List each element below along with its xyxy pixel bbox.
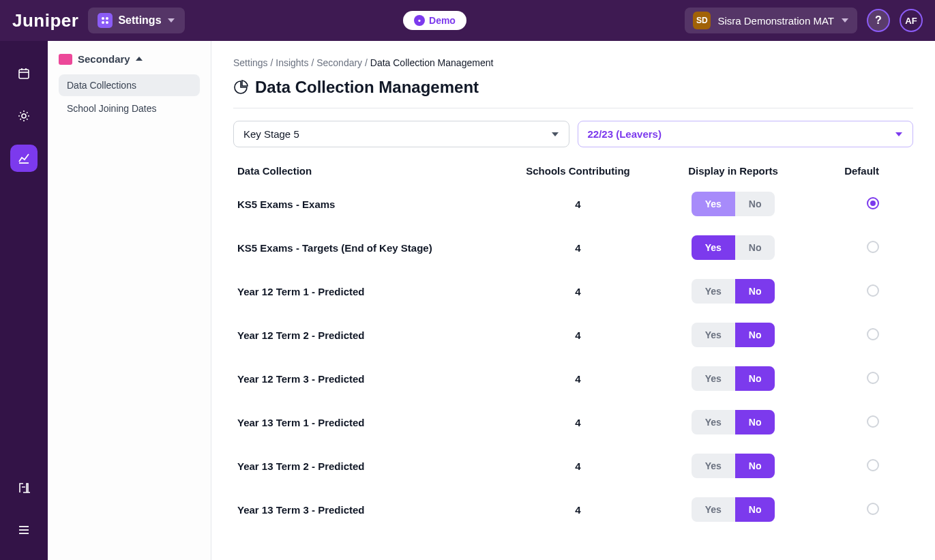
main-content: Settings / Insights / Secondary / Data C… <box>211 41 935 560</box>
table-row: Year 13 Term 1 - Predicted4YesNo <box>233 400 913 444</box>
row-schools: 4 <box>495 400 661 444</box>
crumb-insights[interactable]: Insights <box>276 57 308 68</box>
table-row: Year 12 Term 3 - Predicted4YesNo <box>233 357 913 400</box>
svg-point-3 <box>106 21 108 24</box>
toggle-no[interactable]: No <box>735 235 775 260</box>
gear-icon[interactable] <box>10 102 38 130</box>
toggle-no[interactable]: No <box>735 497 775 522</box>
avatar[interactable]: AF <box>900 9 923 32</box>
demo-icon: • <box>414 15 425 26</box>
col-schools: Schools Contributing <box>495 160 661 182</box>
chevron-up-icon <box>136 57 143 62</box>
col-display: Display in Reports <box>661 160 805 182</box>
crumb-settings[interactable]: Settings <box>233 57 268 68</box>
default-radio[interactable] <box>867 372 879 384</box>
toggle-no[interactable]: No <box>735 323 775 347</box>
data-collection-table: Data Collection Schools Contributing Dis… <box>233 160 913 531</box>
row-name: Year 12 Term 3 - Predicted <box>233 357 495 400</box>
page-title: Data Collection Management <box>233 78 913 108</box>
display-toggle[interactable]: YesNo <box>692 497 775 522</box>
nav-rail <box>0 41 48 560</box>
row-schools: 4 <box>495 269 661 313</box>
crumb-secondary[interactable]: Secondary <box>316 57 362 68</box>
chevron-down-icon <box>551 131 559 138</box>
row-name: Year 13 Term 1 - Predicted <box>233 400 495 444</box>
toggle-yes[interactable]: Yes <box>692 279 735 304</box>
default-radio[interactable] <box>867 284 879 297</box>
svg-point-0 <box>102 17 104 20</box>
settings-icon <box>98 13 113 28</box>
toggle-yes[interactable]: Yes <box>692 366 735 391</box>
pie-chart-icon <box>233 80 248 95</box>
row-schools: 4 <box>495 226 661 269</box>
sidebar-header-secondary[interactable]: Secondary <box>59 53 200 65</box>
settings-dropdown[interactable]: Settings <box>88 8 184 33</box>
row-name: Year 12 Term 1 - Predicted <box>233 269 495 313</box>
default-radio[interactable] <box>867 328 879 340</box>
sidebar-item-1[interactable]: School Joining Dates <box>59 98 200 119</box>
row-schools: 4 <box>495 313 661 357</box>
toggle-no[interactable]: No <box>735 366 775 391</box>
svg-point-8 <box>22 114 26 118</box>
col-default: Default <box>805 160 913 182</box>
toggle-no[interactable]: No <box>735 279 775 304</box>
row-schools: 4 <box>495 357 661 400</box>
svg-rect-4 <box>19 70 29 78</box>
brand-logo: Juniper <box>12 10 78 31</box>
help-button[interactable]: ? <box>867 9 890 32</box>
table-row: KS5 Exams - Targets (End of Key Stage)4Y… <box>233 226 913 269</box>
toggle-no[interactable]: No <box>735 410 775 434</box>
toggle-no[interactable]: No <box>735 454 775 478</box>
svg-point-2 <box>102 21 104 24</box>
table-row: Year 13 Term 2 - Predicted4YesNo <box>233 444 913 488</box>
display-toggle[interactable]: YesNo <box>692 279 775 304</box>
row-name: Year 12 Term 2 - Predicted <box>233 313 495 357</box>
toggle-yes[interactable]: Yes <box>692 235 735 260</box>
logout-icon[interactable] <box>10 474 38 501</box>
topbar: Juniper Settings • Demo SD Sisra Demonst… <box>0 0 935 41</box>
menu-icon[interactable] <box>10 516 38 544</box>
svg-point-1 <box>106 17 108 20</box>
filter-key-stage[interactable]: Key Stage 5 <box>233 121 569 147</box>
chevron-down-icon <box>895 131 903 138</box>
row-name: KS5 Exams - Targets (End of Key Stage) <box>233 226 495 269</box>
org-badge: SD <box>693 12 711 29</box>
chevron-down-icon <box>841 17 849 24</box>
toggle-yes[interactable]: Yes <box>692 454 735 478</box>
display-toggle[interactable]: YesNo <box>692 454 775 478</box>
toggle-yes[interactable]: Yes <box>692 323 735 347</box>
breadcrumb: Settings / Insights / Secondary / Data C… <box>233 57 913 68</box>
row-name: Year 13 Term 2 - Predicted <box>233 444 495 488</box>
chevron-down-icon <box>167 17 175 24</box>
calendar-icon[interactable] <box>10 60 38 87</box>
row-schools: 4 <box>495 488 661 531</box>
sidebar-item-0[interactable]: Data Collections <box>59 74 200 96</box>
default-radio[interactable] <box>867 241 879 253</box>
org-switcher[interactable]: SD Sisra Demonstration MAT <box>685 8 857 33</box>
table-row: Year 12 Term 1 - Predicted4YesNo <box>233 269 913 313</box>
row-name: Year 13 Term 3 - Predicted <box>233 488 495 531</box>
school-icon <box>59 54 72 65</box>
toggle-yes[interactable]: Yes <box>692 497 735 522</box>
default-radio[interactable] <box>867 459 879 471</box>
settings-label: Settings <box>118 14 161 27</box>
default-radio[interactable] <box>867 415 879 428</box>
chart-icon[interactable] <box>10 145 38 172</box>
default-radio[interactable] <box>867 503 879 515</box>
display-toggle[interactable]: YesNo <box>692 366 775 391</box>
sidebar: Secondary Data CollectionsSchool Joining… <box>48 41 211 560</box>
filter-cohort[interactable]: 22/23 (Leavers) <box>578 121 914 147</box>
row-name: KS5 Exams - Exams <box>233 182 495 226</box>
display-toggle[interactable]: YesNo <box>692 235 775 260</box>
row-schools: 4 <box>495 444 661 488</box>
toggle-yes[interactable]: Yes <box>692 192 735 216</box>
display-toggle[interactable]: YesNo <box>692 192 775 216</box>
display-toggle[interactable]: YesNo <box>692 323 775 347</box>
default-radio[interactable] <box>867 197 879 209</box>
toggle-yes[interactable]: Yes <box>692 410 735 434</box>
toggle-no[interactable]: No <box>735 192 775 216</box>
org-name: Sisra Demonstration MAT <box>717 15 834 27</box>
display-toggle[interactable]: YesNo <box>692 410 775 434</box>
demo-button[interactable]: • Demo <box>403 11 466 30</box>
table-row: Year 13 Term 3 - Predicted4YesNo <box>233 488 913 531</box>
